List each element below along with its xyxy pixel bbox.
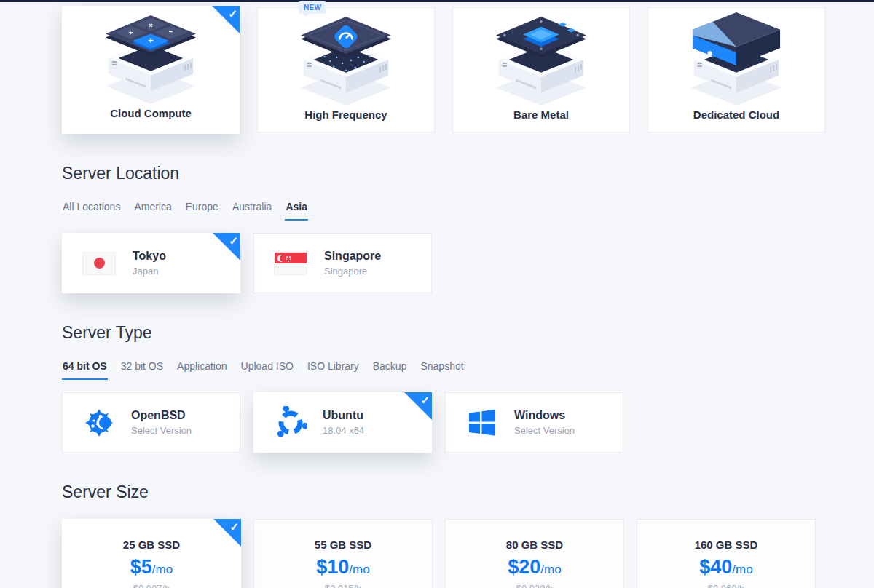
location-tabs: All Locations America Europe Australia A… (62, 201, 874, 220)
plan-price: $5/mo (63, 556, 240, 579)
dedicated-cloud-illustration (674, 12, 798, 107)
os-version: Select Version (131, 425, 192, 436)
check-icon: ✓ (420, 394, 430, 407)
location-country: Japan (133, 266, 166, 277)
tab-europe[interactable]: Europe (185, 201, 219, 220)
cloud-compute-illustration: × ÷ − + (89, 11, 213, 106)
selected-check-corner: ✓ (213, 233, 240, 261)
server-type-tabs: 64 bit OS 32 bit OS Application Upload I… (62, 360, 874, 380)
plan-hourly-price: $0.060/h (637, 583, 815, 588)
plan-price-period: /mo (540, 563, 561, 576)
plan-price-amount: $5 (130, 556, 152, 578)
plan-storage: 55 GB SSD (254, 539, 432, 551)
plan-hourly-price: $0.007/h (63, 583, 240, 588)
svg-text:−: − (169, 28, 173, 36)
new-badge: NEW (299, 1, 326, 14)
tab-64-bit-os[interactable]: 64 bit OS (62, 360, 108, 380)
product-label: Cloud Compute (110, 107, 192, 119)
tab-32-bit-os[interactable]: 32 bit OS (120, 360, 164, 380)
tab-america[interactable]: America (133, 201, 172, 220)
plan-price: $10/mo (254, 556, 432, 579)
location-card-singapore[interactable]: Singapore Singapore (253, 233, 432, 293)
tab-upload-iso[interactable]: Upload ISO (240, 360, 294, 380)
plan-price: $40/mo (637, 556, 815, 579)
check-icon: ✓ (228, 7, 237, 20)
svg-text:÷: ÷ (129, 28, 133, 36)
windows-logo (465, 406, 499, 440)
os-name: Ubuntu (323, 409, 364, 422)
deploy-page: ✓ × (0, 7, 874, 588)
tab-backup[interactable]: Backup (372, 360, 408, 380)
product-card-bare-metal[interactable]: Bare Metal (452, 7, 630, 132)
plan-storage: 80 GB SSD (446, 539, 623, 551)
svg-text:×: × (149, 21, 153, 29)
os-card-row: OpenBSD Select Version ✓ Ubuntu 18.04 x6… (62, 392, 874, 453)
plan-storage: 160 GB SSD (637, 539, 815, 551)
top-nav-edge (0, 0, 874, 2)
check-icon: ✓ (229, 520, 239, 533)
plan-price-period: /mo (732, 563, 752, 576)
section-heading-server-type: Server Type (62, 323, 874, 343)
svg-text:+: + (148, 35, 153, 46)
selected-check-corner: ✓ (404, 392, 432, 420)
plan-price-period: /mo (349, 563, 369, 576)
location-card-row: ✓ Tokyo Japan Singapore Singapore (62, 233, 874, 293)
ubuntu-logo (274, 406, 307, 440)
high-frequency-illustration (284, 12, 408, 107)
os-version: Select Version (514, 425, 575, 436)
plan-card-55gb[interactable]: 55 GB SSD $10/mo $0.015/h (253, 519, 433, 588)
os-name: OpenBSD (131, 409, 192, 422)
check-icon: ✓ (229, 234, 238, 247)
tab-all-locations[interactable]: All Locations (62, 201, 121, 220)
size-card-row: ✓ 25 GB SSD $5/mo $0.007/h 55 GB SSD $10… (62, 519, 874, 588)
product-label: High Frequency (304, 108, 387, 121)
location-country: Singapore (324, 266, 381, 277)
openbsd-logo (82, 406, 116, 440)
location-city: Tokyo (133, 250, 166, 263)
selected-check-corner: ✓ (212, 6, 240, 33)
location-city: Singapore (324, 250, 381, 263)
plan-price-amount: $20 (508, 556, 540, 578)
plan-card-160gb[interactable]: 160 GB SSD $40/mo $0.060/h (637, 519, 816, 588)
location-card-tokyo[interactable]: ✓ Tokyo Japan (62, 233, 240, 293)
product-card-cloud-compute[interactable]: ✓ × (62, 6, 240, 134)
product-card-dedicated-cloud[interactable]: Dedicated Cloud (647, 7, 825, 132)
os-version: 18.04 x64 (323, 425, 364, 436)
plan-card-25gb[interactable]: ✓ 25 GB SSD $5/mo $0.007/h (62, 519, 241, 588)
tab-application[interactable]: Application (176, 360, 228, 380)
tab-iso-library[interactable]: ISO Library (307, 360, 360, 380)
plan-card-80gb[interactable]: 80 GB SSD $20/mo $0.030/h (445, 519, 624, 588)
product-label: Bare Metal (513, 108, 569, 121)
singapore-flag-icon (274, 252, 307, 275)
plan-price-period: /mo (152, 563, 173, 576)
plan-hourly-price: $0.030/h (446, 583, 623, 588)
tab-snapshot[interactable]: Snapshot (420, 360, 464, 380)
plan-hourly-price: $0.015/h (254, 583, 432, 588)
plan-price-amount: $40 (699, 556, 732, 578)
bare-metal-illustration (479, 12, 603, 107)
section-heading-server-location: Server Location (62, 164, 874, 183)
japan-flag-icon (82, 252, 116, 275)
section-heading-server-size: Server Size (62, 482, 874, 502)
product-card-row: ✓ × (62, 7, 874, 134)
os-card-ubuntu[interactable]: ✓ Ubuntu 18.04 x64 (253, 392, 432, 453)
selected-check-corner: ✓ (213, 519, 241, 547)
product-card-high-frequency[interactable]: NEW (257, 7, 435, 132)
plan-price-amount: $10 (316, 556, 349, 578)
plan-price: $20/mo (446, 556, 623, 579)
os-card-windows[interactable]: Windows Select Version (445, 392, 623, 453)
tab-asia[interactable]: Asia (285, 201, 308, 220)
os-name: Windows (514, 409, 575, 422)
product-label: Dedicated Cloud (693, 108, 779, 121)
os-card-openbsd[interactable]: OpenBSD Select Version (62, 392, 240, 453)
tab-australia[interactable]: Australia (232, 201, 272, 220)
